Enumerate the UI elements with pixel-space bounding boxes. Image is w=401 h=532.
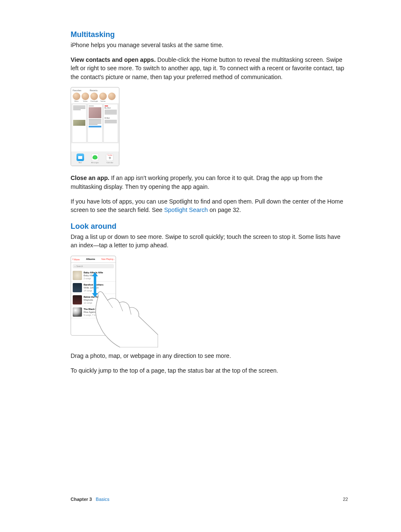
avatar-name: Vivian (82, 100, 89, 102)
heading-look-around: Look around (71, 222, 348, 231)
avatar (108, 93, 116, 100)
label-recents: Recents (90, 89, 98, 92)
para-lookaround-1: Drag a list up or down to see more. Swip… (71, 233, 348, 250)
avatar (90, 93, 98, 100)
nav-back: More (72, 257, 80, 261)
messages-icon (91, 154, 99, 161)
heading-multitasking: Multitasking (71, 30, 348, 39)
hand-gesture-icon (91, 288, 158, 347)
para-view-contacts: View contacts and open apps. Double-clic… (71, 56, 348, 82)
figure-drag-list: More Albums Now Playing › ⌕ Search Baby … (71, 256, 155, 344)
calendar-icon: Tuesday 9 (106, 154, 113, 161)
footer-chapter-label: Chapter 3 (71, 497, 92, 502)
dock-app-calendar: Tuesday 9 Calendar (105, 154, 114, 164)
bold-view-contacts: View contacts and open apps. (71, 56, 156, 63)
para-multitasking-intro: iPhone helps you manage several tasks at… (71, 41, 348, 50)
avatar-name: Christopher (90, 100, 98, 102)
page-content: Multitasking iPhone helps you manage sev… (71, 30, 348, 381)
avatar (82, 93, 89, 100)
text-spotlight-b: on page 32. (208, 206, 241, 213)
mail-icon (77, 154, 84, 161)
dock-app-messages: Messages (90, 154, 100, 164)
album-art (73, 295, 82, 304)
album-art (73, 271, 82, 280)
link-spotlight-search[interactable]: Spotlight Search (164, 206, 208, 213)
nav-now-playing: Now Playing › (101, 258, 114, 260)
avatar-name: Brian (73, 100, 80, 102)
album-art (73, 307, 82, 317)
bold-close-app: Close an app. (71, 175, 109, 181)
footer-page-number: 22 (343, 497, 348, 502)
nav-title: Albums (86, 258, 95, 260)
avatar (99, 93, 107, 100)
avatar (73, 93, 80, 100)
para-lookaround-3: To quickly jump to the top of a page, ta… (71, 366, 348, 375)
album-art (73, 283, 82, 292)
label-favorites: Favorites (73, 89, 82, 92)
para-close-app: Close an app. If an app isn't working pr… (71, 174, 348, 191)
dock-app-mail: Mail (76, 154, 85, 164)
page-footer: Chapter 3 Basics 22 (71, 497, 348, 502)
para-spotlight: If you have lots of apps, you can use Sp… (71, 197, 348, 214)
avatar-name: Tamsin (99, 100, 107, 102)
search-field: ⌕ Search (73, 264, 114, 268)
figure-multitasking-screenshot: Favorites Recents Brian Vivian Christoph… (71, 87, 119, 166)
para-lookaround-2: Drag a photo, map, or webpage in any dir… (71, 352, 348, 360)
footer-chapter-title: Basics (96, 497, 109, 502)
